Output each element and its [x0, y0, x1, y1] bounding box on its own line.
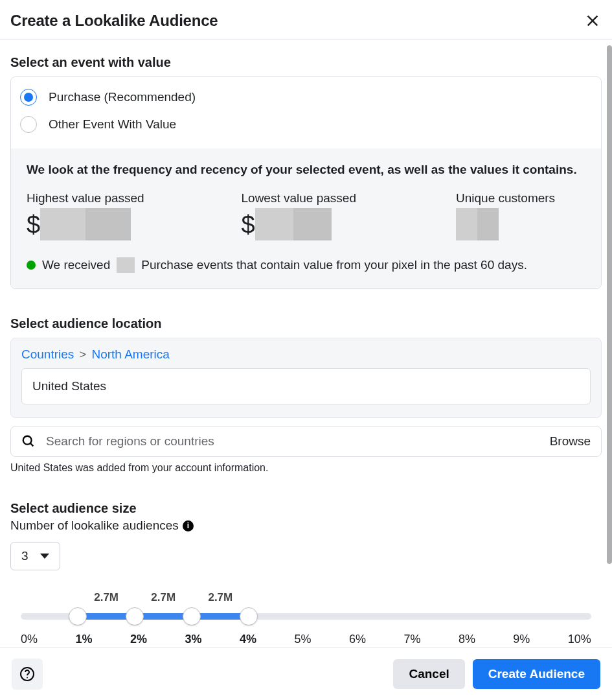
size-slider: 2.7M 2.7M 2.7M 0% 1% 2% 3% 4% 5% 6% 7%	[10, 591, 602, 646]
dialog-title: Create a Lookalike Audience	[10, 12, 218, 30]
radio-input[interactable]	[20, 116, 37, 133]
stat-label: Unique customers	[456, 191, 585, 205]
create-audience-button[interactable]: Create Audience	[473, 659, 600, 689]
slider-handle-2[interactable]	[126, 607, 144, 625]
slider-handle-4[interactable]	[240, 607, 258, 625]
search-icon	[21, 434, 36, 449]
slider-handle-1[interactable]	[69, 607, 87, 625]
event-message: We received Purchase events that contain…	[27, 257, 585, 273]
lookalike-dialog: Create a Lookalike Audience Select an ev…	[0, 0, 612, 700]
slider-fill	[78, 613, 249, 620]
location-section-title: Select audience location	[10, 316, 602, 331]
redacted-value	[255, 208, 332, 240]
location-search-input[interactable]	[46, 434, 539, 449]
tick: 5%	[294, 633, 311, 646]
tick: 4%	[240, 633, 256, 646]
location-selected[interactable]: United States	[21, 368, 591, 404]
event-stats-panel: We look at the frequency and recency of …	[11, 148, 601, 288]
location-card: Countries > North America United States	[10, 338, 602, 418]
help-button[interactable]	[12, 659, 43, 690]
radio-label: Purchase (Recommended)	[49, 90, 196, 104]
browse-link[interactable]: Browse	[550, 434, 591, 449]
tick: 8%	[459, 633, 475, 646]
cancel-button[interactable]: Cancel	[393, 659, 464, 689]
stat-unique: Unique customers	[456, 191, 585, 240]
caret-down-icon	[40, 554, 49, 559]
tick: 1%	[75, 633, 92, 646]
breadcrumb-separator: >	[79, 347, 86, 362]
slider-track[interactable]	[21, 613, 591, 620]
breadcrumb-region[interactable]: North America	[91, 347, 169, 362]
tick: 0%	[21, 633, 38, 646]
location-helper: United States was added from your accoun…	[10, 462, 602, 474]
stat-value: $	[242, 208, 457, 240]
scrollbar[interactable]	[607, 45, 612, 564]
handle-label-2: 2.7M	[151, 591, 176, 604]
svg-point-2	[27, 677, 28, 679]
stats-row: Highest value passed $ Lowest value pass…	[27, 191, 585, 240]
radio-input[interactable]	[20, 89, 37, 106]
help-icon	[19, 666, 35, 682]
stat-value	[456, 208, 585, 240]
stats-intro: We look at the frequency and recency of …	[27, 163, 585, 177]
handle-label-1: 2.7M	[94, 591, 119, 604]
dialog-header: Create a Lookalike Audience	[0, 0, 612, 40]
stat-label: Highest value passed	[27, 191, 242, 205]
tick: 7%	[403, 633, 420, 646]
dollar-icon: $	[242, 211, 255, 239]
tick: 2%	[130, 633, 147, 646]
handle-label-3: 2.7M	[208, 591, 232, 604]
stat-label: Lowest value passed	[242, 191, 457, 205]
event-section-title: Select an event with value	[10, 55, 602, 70]
location-breadcrumb: Countries > North America	[21, 347, 591, 362]
stat-highest: Highest value passed $	[27, 191, 242, 240]
tick: 10%	[568, 633, 591, 646]
dollar-icon: $	[27, 211, 40, 239]
event-card: Purchase (Recommended) Other Event With …	[10, 76, 602, 289]
redacted-value	[40, 208, 131, 240]
redacted-count	[117, 257, 135, 273]
dialog-content: Select an event with value Purchase (Rec…	[0, 40, 612, 700]
stat-value: $	[27, 208, 242, 240]
event-choices: Purchase (Recommended) Other Event With …	[11, 77, 601, 148]
tick: 3%	[185, 633, 201, 646]
radio-label: Other Event With Value	[49, 117, 176, 132]
slider-ticks: 0% 1% 2% 3% 4% 5% 6% 7% 8% 9% 10%	[21, 633, 591, 646]
location-search[interactable]: Browse	[10, 426, 602, 457]
msg-after: Purchase events that contain value from …	[141, 258, 527, 272]
size-section-title: Select audience size	[10, 501, 602, 516]
tick: 6%	[349, 633, 366, 646]
redacted-value	[456, 208, 499, 240]
svg-point-0	[23, 436, 32, 445]
stat-lowest: Lowest value passed $	[242, 191, 457, 240]
info-icon[interactable]: i	[183, 520, 194, 531]
breadcrumb-countries[interactable]: Countries	[21, 347, 74, 362]
radio-other-event[interactable]: Other Event With Value	[20, 116, 592, 133]
msg-before: We received	[42, 258, 110, 272]
close-button[interactable]	[584, 12, 602, 30]
lookalike-count-select[interactable]: 3	[10, 542, 60, 570]
status-dot-icon	[27, 261, 36, 270]
tick: 9%	[513, 633, 530, 646]
dialog-footer: Cancel Create Audience	[0, 648, 612, 700]
select-value: 3	[21, 549, 28, 563]
x-icon	[585, 14, 600, 28]
slider-handle-3[interactable]	[183, 607, 201, 625]
radio-purchase[interactable]: Purchase (Recommended)	[20, 89, 592, 106]
slider-value-labels: 2.7M 2.7M 2.7M	[21, 591, 591, 605]
lookalike-count-label: Number of lookalike audiences i	[10, 519, 602, 533]
